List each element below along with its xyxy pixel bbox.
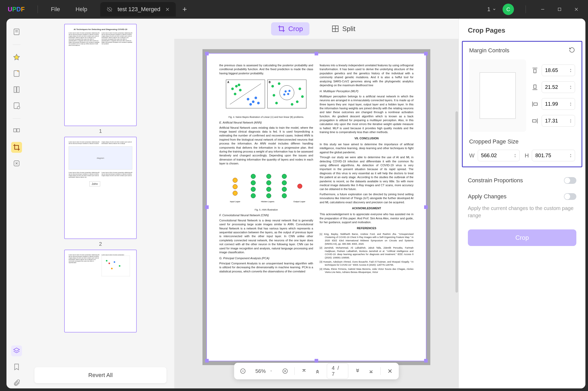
width-label: W — [469, 152, 475, 159]
apply-changes-label: Apply Changes — [468, 193, 506, 200]
last-page-button[interactable] — [367, 366, 375, 376]
tab-close-button[interactable]: × — [165, 5, 169, 13]
svg-point-20 — [111, 268, 113, 269]
chevron-down-icon — [270, 370, 273, 373]
split-icon — [331, 25, 339, 33]
menu-help[interactable]: Help — [68, 6, 95, 13]
reader-tool-icon[interactable] — [11, 26, 22, 37]
comment-tool-icon[interactable] — [11, 68, 22, 79]
margin-right-input[interactable]: 17.31▲▼ — [542, 115, 575, 127]
attachment-icon[interactable] — [11, 378, 22, 388]
left-toolbar — [6, 19, 27, 388]
margin-left-input[interactable]: 11.99▲▼ — [542, 98, 575, 110]
svg-rect-81 — [534, 69, 536, 73]
svg-point-17 — [108, 263, 110, 264]
revert-all-button[interactable]: Revert All — [34, 367, 166, 383]
crop-handle-r[interactable] — [424, 205, 428, 209]
svg-rect-12 — [14, 129, 16, 132]
prev-page-button[interactable] — [313, 366, 322, 376]
close-button[interactable] — [571, 4, 582, 15]
thumbnail-page-1[interactable]: AI Techniques for Detecting and Diagnosi… — [64, 24, 137, 126]
apply-changes-description: Apply the current changes to the custom … — [459, 205, 585, 224]
new-tab-button[interactable]: + — [182, 5, 187, 14]
svg-rect-9 — [17, 87, 19, 93]
crop-selection-box[interactable] — [206, 53, 426, 361]
bookmark-icon[interactable] — [11, 361, 22, 372]
crop-handle-l[interactable] — [205, 205, 209, 209]
zoom-dropdown[interactable]: 56% — [252, 368, 276, 374]
thumbnail-callout: John — [89, 181, 100, 186]
margin-top-input[interactable]: 18.65▲▼ — [542, 64, 575, 76]
thumbnail-number: 1 — [64, 128, 137, 134]
margin-controls-label: Margin Controls — [469, 47, 509, 54]
crop-handle-bl[interactable] — [205, 359, 209, 363]
edit-tool-icon[interactable] — [11, 84, 22, 95]
crop-handle-tl[interactable] — [205, 52, 209, 55]
cropped-size-label: Cropped Page Size — [469, 138, 575, 145]
crop-icon — [278, 25, 285, 33]
app-logo: UPDF — [0, 6, 32, 13]
highlight-tool-icon[interactable] — [11, 52, 22, 63]
height-label: H — [525, 152, 529, 159]
split-mode-button[interactable]: Split — [325, 22, 362, 35]
menu-file[interactable]: File — [43, 6, 68, 13]
mode-toolbar: Crop Split — [174, 19, 459, 39]
panel-title: Crop Pages — [459, 26, 585, 41]
apply-changes-toggle[interactable] — [564, 193, 576, 200]
crop-handle-tr[interactable] — [424, 52, 428, 55]
zoom-in-button[interactable] — [281, 366, 289, 376]
close-toolbar-button[interactable] — [386, 366, 394, 376]
thumbnail-panel: AI Techniques for Detecting and Diagnosi… — [27, 19, 174, 388]
compare-tool-icon[interactable] — [11, 158, 22, 169]
svg-point-11 — [17, 106, 20, 109]
layers-icon[interactable] — [11, 345, 22, 356]
crop-tool-icon[interactable] — [11, 142, 22, 153]
document-tab[interactable]: test 123_Merged × — [100, 2, 176, 17]
margin-bottom-icon — [531, 84, 539, 91]
margin-right-icon — [531, 117, 539, 125]
vertical-scrollbar[interactable] — [455, 111, 458, 293]
crop-pages-panel: Crop Pages Margin Controls 18.65▲▼ 21.52… — [459, 19, 585, 388]
zoom-out-button[interactable] — [239, 366, 247, 376]
tab-title: test 123_Merged — [118, 6, 160, 13]
page-canvas[interactable]: the previous class is assessed by calcul… — [174, 39, 459, 388]
window-count[interactable]: 1 — [487, 6, 496, 13]
maximize-button[interactable] — [554, 4, 565, 15]
svg-point-18 — [114, 261, 115, 263]
svg-rect-86 — [533, 120, 536, 122]
crop-mode-button[interactable]: Crop — [271, 22, 309, 35]
crop-button[interactable]: Crop — [468, 229, 576, 246]
margin-bottom-input[interactable]: 21.52▲▼ — [542, 81, 575, 93]
constrain-proportions-toggle[interactable] — [564, 177, 576, 184]
user-avatar[interactable]: C — [503, 4, 514, 15]
svg-point-19 — [119, 265, 120, 267]
organize-tool-icon[interactable] — [11, 126, 22, 137]
crop-handle-br[interactable] — [424, 359, 428, 363]
eye-off-icon — [107, 6, 112, 12]
crop-handle-t[interactable] — [315, 52, 318, 55]
svg-rect-8 — [14, 87, 16, 93]
page-indicator[interactable]: 4 / 7 — [327, 363, 348, 379]
thumbnail-page-3[interactable]: Lorem ipsum dolor sit amet consectetur a… — [64, 250, 137, 332]
ocr-tool-icon[interactable] — [11, 100, 22, 111]
thumbnail-page-2[interactable]: Lorem ipsum dolor sit amet consectetur a… — [64, 137, 137, 239]
crop-handle-b[interactable] — [315, 359, 318, 363]
thumbnail-number: 2 — [64, 241, 137, 247]
margin-preview — [469, 59, 526, 132]
constrain-proportions-label: Constrain Proportions — [468, 177, 523, 184]
width-input[interactable]: 566.02▲▼ — [478, 150, 520, 161]
svg-point-16 — [106, 260, 107, 262]
chevron-down-icon — [492, 8, 496, 11]
svg-rect-82 — [534, 85, 536, 88]
view-toolbar: 56% 4 / 7 — [234, 363, 399, 379]
first-page-button[interactable] — [300, 366, 308, 376]
minimize-button[interactable] — [538, 4, 548, 15]
svg-rect-13 — [17, 129, 19, 132]
margin-left-icon — [531, 100, 539, 108]
margin-top-icon — [531, 67, 539, 74]
next-page-button[interactable] — [353, 366, 362, 376]
svg-rect-1 — [558, 8, 561, 11]
reset-margins-button[interactable] — [569, 47, 575, 54]
svg-rect-15 — [101, 256, 130, 276]
height-input[interactable]: 801.75▲▼ — [532, 150, 575, 161]
